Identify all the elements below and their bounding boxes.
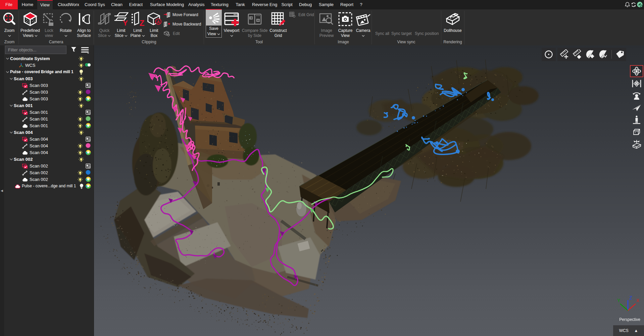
- svg-text:Z: Z: [140, 18, 145, 27]
- svg-text:Y: Y: [123, 18, 128, 27]
- svg-text:A: A: [157, 20, 160, 24]
- svg-text:Z: Z: [629, 295, 632, 300]
- svg-text:Y: Y: [617, 298, 621, 303]
- svg-text:X: X: [636, 298, 639, 303]
